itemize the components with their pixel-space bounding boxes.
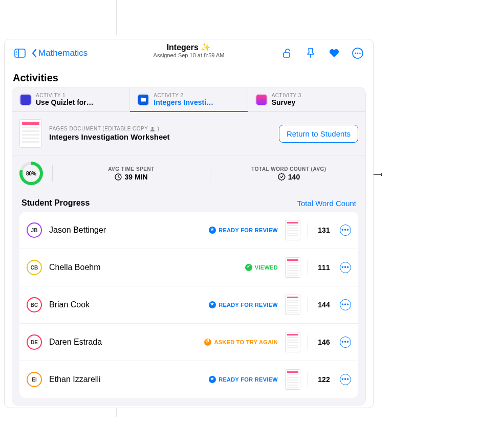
svg-point-9: [357, 53, 359, 54]
total-word-count-link[interactable]: Total Word Count: [297, 199, 356, 208]
return-to-students-button[interactable]: Return to Students: [279, 125, 358, 143]
activities-panel: ACTIVITY 1 Use Quizlet for… ACTIVITY 2 I…: [12, 87, 366, 406]
avg-time-stat: AVG TIME SPENT 39 MIN: [62, 166, 201, 181]
chevron-left-icon: [31, 49, 37, 58]
navbar: Mathematics Integers ✨ Assigned Sep 10 a…: [5, 39, 373, 67]
survey-icon: [255, 94, 268, 106]
row-more-button[interactable]: •••: [340, 337, 351, 348]
word-count: 144: [315, 301, 333, 309]
row-more-button[interactable]: •••: [340, 299, 351, 310]
annotation-line-top: [117, 0, 117, 35]
title-area: Integers ✨ Assigned Sep 10 at 8:59 AM: [154, 42, 225, 58]
student-avatar: BC: [27, 297, 42, 312]
word-count-stat: TOTAL WORD COUNT (AVG) 140: [220, 166, 358, 181]
svg-point-11: [151, 127, 154, 129]
student-avatar: JB: [27, 222, 42, 238]
page-title: Integers ✨: [154, 42, 225, 52]
student-name: Daren Estrada: [49, 338, 197, 347]
section-title: Activities: [5, 67, 373, 87]
row-more-button[interactable]: •••: [340, 374, 351, 385]
page-subtitle: Assigned Sep 10 at 8:59 AM: [154, 52, 225, 58]
status-icon: [209, 301, 216, 308]
favorite-button[interactable]: [327, 46, 341, 60]
word-count: 146: [315, 338, 333, 346]
document-title: Integers Investigation Worksheet: [49, 132, 272, 141]
student-avatar: DE: [27, 334, 42, 350]
student-list: JBJason BettingerREADY FOR REVIEW131•••C…: [19, 212, 358, 398]
student-row[interactable]: CBChella BoehmVIEWED111•••: [19, 249, 358, 286]
student-avatar: CB: [27, 260, 42, 275]
row-more-button[interactable]: •••: [340, 262, 351, 273]
back-label: Mathematics: [38, 48, 88, 58]
submission-thumbnail[interactable]: [285, 220, 300, 240]
stats-row: 80% AVG TIME SPENT 39 MIN TOTAL WORD COU…: [12, 155, 365, 191]
svg-point-10: [359, 53, 361, 54]
submission-thumbnail[interactable]: [285, 332, 300, 352]
word-count: 122: [315, 375, 333, 384]
sidebar-toggle-button[interactable]: [13, 46, 27, 60]
person-icon: [150, 126, 155, 131]
student-name: Chella Boehm: [49, 263, 238, 272]
submission-thumbnail[interactable]: [285, 257, 300, 278]
student-name: Ethan Izzarelli: [49, 375, 202, 384]
document-type-label: PAGES DOCUMENT (EDITABLE COPY ): [49, 126, 272, 131]
student-avatar: EI: [27, 372, 42, 387]
svg-rect-5: [283, 53, 290, 57]
status-icon: [209, 227, 216, 234]
student-status: VIEWED: [245, 264, 278, 271]
student-row[interactable]: DEDaren EstradaASKED TO TRY AGAIN146•••: [19, 324, 358, 361]
submission-thumbnail[interactable]: [285, 295, 300, 315]
seal-icon: [278, 173, 286, 181]
lock-button[interactable]: [280, 46, 294, 60]
document-thumbnail[interactable]: [19, 119, 42, 148]
student-row[interactable]: EIEthan IzzarelliREADY FOR REVIEW122•••: [19, 361, 358, 398]
quizlet-icon: [19, 94, 32, 106]
svg-point-4: [16, 54, 17, 55]
student-status: READY FOR REVIEW: [209, 227, 278, 234]
svg-point-8: [355, 53, 356, 54]
tab-activity-3[interactable]: ACTIVITY 3 Survey: [248, 87, 365, 111]
files-icon: [137, 94, 149, 106]
word-count: 131: [315, 226, 333, 234]
more-button[interactable]: [351, 46, 365, 60]
student-row[interactable]: JBJason BettingerREADY FOR REVIEW131•••: [19, 212, 358, 249]
student-progress-title: Student Progress: [21, 198, 90, 208]
student-name: Brian Cook: [49, 300, 202, 309]
app-frame: Mathematics Integers ✨ Assigned Sep 10 a…: [4, 39, 374, 408]
tab-activity-2[interactable]: ACTIVITY 2 Integers Investi…: [130, 87, 248, 111]
svg-point-3: [16, 52, 17, 53]
svg-point-2: [16, 51, 17, 52]
svg-rect-0: [15, 49, 25, 57]
activity-tabs: ACTIVITY 1 Use Quizlet for… ACTIVITY 2 I…: [12, 87, 365, 112]
clock-icon: [115, 173, 122, 181]
status-icon: [204, 339, 211, 346]
document-row: PAGES DOCUMENT (EDITABLE COPY ) Integers…: [12, 112, 365, 155]
back-button[interactable]: Mathematics: [31, 48, 88, 58]
word-count: 111: [315, 263, 333, 272]
status-icon: [209, 376, 216, 383]
submission-thumbnail[interactable]: [285, 369, 300, 390]
row-more-button[interactable]: •••: [340, 225, 351, 236]
student-status: READY FOR REVIEW: [209, 301, 278, 308]
student-status: READY FOR REVIEW: [209, 376, 278, 383]
pin-button[interactable]: [303, 46, 318, 60]
completion-donut: 80%: [19, 162, 43, 185]
student-status: ASKED TO TRY AGAIN: [204, 339, 278, 346]
status-icon: [245, 264, 252, 271]
student-row[interactable]: BCBrian CookREADY FOR REVIEW144•••: [19, 286, 358, 324]
student-progress-header: Student Progress Total Word Count: [12, 191, 365, 212]
student-name: Jason Bettinger: [49, 226, 202, 235]
tab-activity-1[interactable]: ACTIVITY 1 Use Quizlet for…: [12, 87, 130, 111]
